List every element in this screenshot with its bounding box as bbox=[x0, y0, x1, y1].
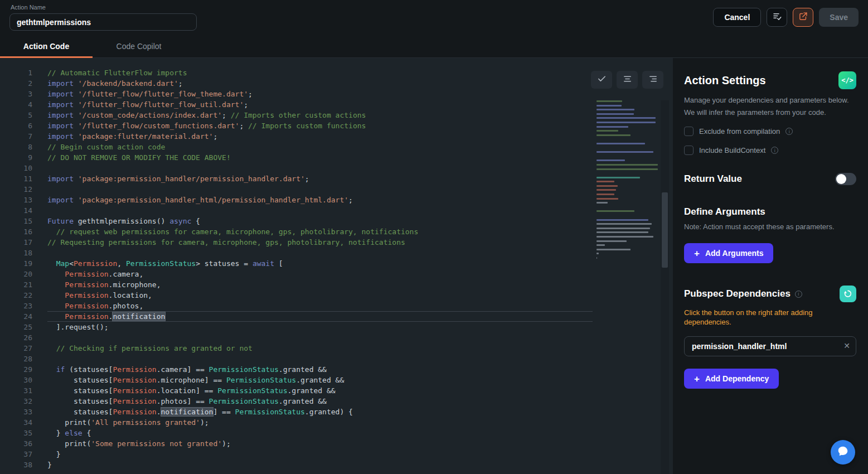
info-icon[interactable]: i bbox=[771, 147, 778, 154]
line-number: 4 bbox=[0, 99, 32, 110]
line-number: 7 bbox=[0, 131, 32, 142]
add-dependency-label: Add Dependency bbox=[705, 374, 769, 383]
validate-code-button[interactable] bbox=[591, 71, 612, 89]
line-number: 28 bbox=[0, 354, 32, 364]
code-line: 6import '/flutter_flow/custom_functions.… bbox=[0, 120, 673, 131]
add-arguments-label: Add Arguments bbox=[705, 249, 763, 258]
action-name-label: Action Name bbox=[11, 4, 197, 11]
line-number: 3 bbox=[0, 89, 32, 99]
code-line: 34 print('All permissions granted'); bbox=[0, 417, 673, 428]
format-code-button[interactable] bbox=[617, 71, 638, 89]
code-line: 8// Begin custom action code bbox=[0, 142, 673, 152]
line-number: 1 bbox=[0, 67, 32, 78]
code-line: 13import 'package:permission_handler_htm… bbox=[0, 195, 673, 205]
line-number: 19 bbox=[0, 258, 32, 269]
file-check-icon bbox=[772, 12, 782, 23]
align-right-icon bbox=[648, 74, 658, 85]
code-line: 9// DO NOT REMOVE OR MODIFY THE CODE ABO… bbox=[0, 152, 673, 163]
info-icon[interactable]: i bbox=[785, 128, 793, 135]
code-line: 30 statuses[Permission.microphone] == Pe… bbox=[0, 375, 673, 385]
line-number: 20 bbox=[0, 269, 32, 279]
code-line: 18 bbox=[0, 248, 673, 258]
view-code-button[interactable]: </> bbox=[838, 71, 856, 89]
expand-editor-button[interactable] bbox=[793, 8, 813, 27]
code-line: 4import '/flutter_flow/flutter_flow_util… bbox=[0, 99, 673, 110]
line-number: 8 bbox=[0, 142, 32, 152]
line-number: 13 bbox=[0, 195, 32, 205]
code-line: 37 } bbox=[0, 449, 673, 460]
cancel-button[interactable]: Cancel bbox=[713, 8, 761, 27]
line-number: 37 bbox=[0, 449, 32, 460]
editor-toolbar bbox=[591, 71, 663, 89]
support-chat-button[interactable] bbox=[831, 440, 855, 465]
line-number: 6 bbox=[0, 120, 32, 131]
exclude-compilation-row: Exclude from compilation i bbox=[684, 127, 856, 136]
code-line: 38} bbox=[0, 460, 673, 470]
exclude-compilation-checkbox[interactable] bbox=[684, 127, 694, 136]
dependency-input[interactable] bbox=[684, 336, 856, 356]
line-number: 36 bbox=[0, 438, 32, 449]
code-editor[interactable]: 1// Automatic FlutterFlow imports2import… bbox=[0, 58, 673, 474]
include-buildcontext-checkbox[interactable] bbox=[684, 146, 694, 155]
editor-minimap[interactable] bbox=[597, 100, 659, 262]
line-number: 29 bbox=[0, 364, 32, 375]
code-line: 11import 'package:permission_handler/per… bbox=[0, 173, 673, 184]
info-icon[interactable]: i bbox=[795, 291, 802, 298]
code-line: 26 bbox=[0, 332, 673, 343]
code-line: 2import '/backend/backend.dart'; bbox=[0, 78, 673, 89]
line-number: 25 bbox=[0, 322, 32, 332]
toggle-knob bbox=[836, 174, 846, 184]
code-line: 21 Permission.microphone, bbox=[0, 279, 673, 290]
tab-action-code[interactable]: Action Code bbox=[0, 35, 93, 57]
include-buildcontext-label: Include BuildContext bbox=[699, 146, 765, 154]
return-value-label: Return Value bbox=[684, 173, 742, 185]
exclude-compilation-label: Exclude from compilation bbox=[699, 127, 780, 136]
line-number: 15 bbox=[0, 216, 32, 226]
plus-icon: + bbox=[694, 249, 700, 258]
code-line: 5import '/custom_code/actions/index.dart… bbox=[0, 110, 673, 120]
return-value-toggle[interactable] bbox=[835, 173, 856, 185]
code-line: 20 Permission.camera, bbox=[0, 269, 673, 279]
line-number: 17 bbox=[0, 237, 32, 248]
code-line: 1// Automatic FlutterFlow imports bbox=[0, 67, 673, 78]
line-number: 26 bbox=[0, 332, 32, 343]
panel-title: Action Settings bbox=[684, 74, 766, 87]
pubspec-warning-text: Click the button on the right after addi… bbox=[684, 308, 823, 327]
pubspec-dependencies-label: Pubspec Dependencies bbox=[684, 288, 791, 299]
add-dependency-button[interactable]: + Add Dependency bbox=[684, 369, 779, 389]
panel-description-1: Manage your dependencies and parameters … bbox=[684, 96, 856, 105]
line-number: 31 bbox=[0, 385, 32, 396]
save-button[interactable]: Save bbox=[819, 8, 859, 27]
scrollbar-thumb[interactable] bbox=[662, 192, 668, 268]
code-line: 29 if (statuses[Permission.camera] == Pe… bbox=[0, 364, 673, 375]
editor-scrollbar[interactable] bbox=[661, 100, 669, 474]
line-number: 32 bbox=[0, 396, 32, 407]
line-number: 10 bbox=[0, 163, 32, 173]
line-number: 38 bbox=[0, 460, 32, 470]
code-line: 23 Permission.photos, bbox=[0, 301, 673, 311]
tab-bar: Action Code Code Copilot bbox=[0, 35, 868, 58]
line-number: 22 bbox=[0, 290, 32, 301]
line-number: 12 bbox=[0, 184, 32, 195]
align-center-icon bbox=[623, 74, 632, 85]
line-number: 30 bbox=[0, 375, 32, 385]
analyze-code-button[interactable] bbox=[767, 8, 787, 27]
top-bar: Action Name Cancel Save bbox=[0, 0, 868, 35]
code-line: 32 statuses[Permission.photos] == Permis… bbox=[0, 396, 673, 407]
code-line: 14 bbox=[0, 205, 673, 216]
chat-bubble-icon bbox=[837, 445, 849, 460]
line-number: 9 bbox=[0, 152, 32, 163]
add-arguments-button[interactable]: + Add Arguments bbox=[684, 243, 773, 263]
code-line: 35 } else { bbox=[0, 428, 673, 438]
tab-code-copilot[interactable]: Code Copilot bbox=[93, 35, 185, 57]
code-line: 24 Permission.notification bbox=[0, 311, 673, 322]
check-icon bbox=[597, 74, 607, 85]
code-line: 25 ].request(); bbox=[0, 322, 673, 332]
code-line: 22 Permission.location, bbox=[0, 290, 673, 301]
action-name-input[interactable] bbox=[9, 13, 197, 31]
clear-dependency-icon[interactable]: ✕ bbox=[843, 341, 850, 350]
wrap-code-button[interactable] bbox=[642, 71, 663, 89]
line-number: 11 bbox=[0, 173, 32, 184]
refresh-dependencies-button[interactable] bbox=[840, 286, 856, 302]
include-buildcontext-row: Include BuildContext i bbox=[684, 146, 856, 155]
